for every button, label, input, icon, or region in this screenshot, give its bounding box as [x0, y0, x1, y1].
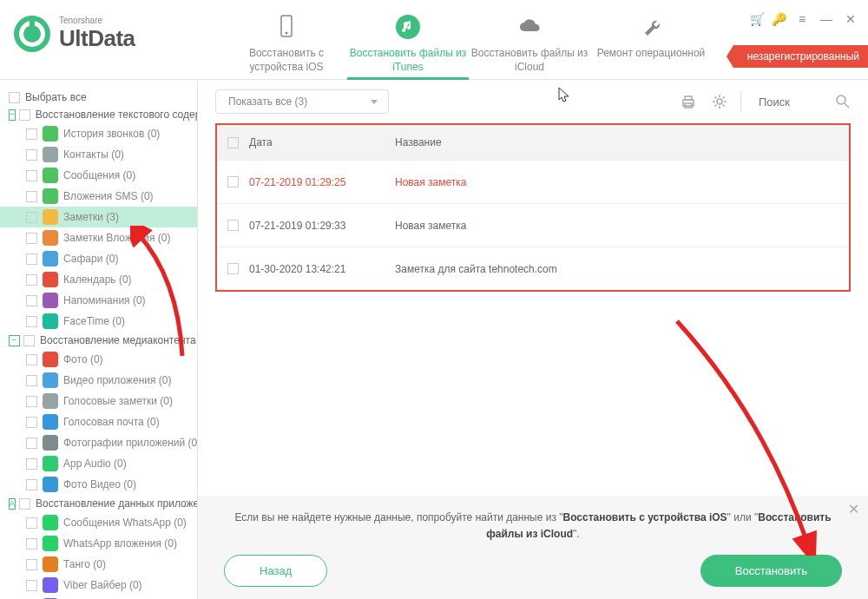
- sidebar-item-label: Голосовые заметки (0): [63, 395, 173, 407]
- svg-point-7: [837, 95, 845, 104]
- checkbox[interactable]: [26, 538, 37, 550]
- table-row[interactable]: 07-21-2019 01:29:25Новая заметка: [217, 160, 849, 203]
- checkbox[interactable]: [26, 170, 37, 181]
- sidebar-item[interactable]: Заметки Вложения (0): [0, 227, 197, 248]
- sidebar-item[interactable]: История звонков (0): [0, 123, 197, 144]
- sidebar-item-label: История звонков (0): [63, 128, 160, 140]
- collapse-icon[interactable]: A: [9, 498, 16, 510]
- collapse-icon[interactable]: −: [9, 109, 16, 121]
- checkbox[interactable]: [26, 559, 37, 570]
- hint-close-icon[interactable]: ✕: [848, 501, 859, 517]
- checkbox[interactable]: [26, 191, 37, 202]
- sidebar-item[interactable]: Голосовая почта (0): [0, 411, 197, 432]
- checkbox[interactable]: [23, 335, 35, 346]
- tab-icloud[interactable]: Восстановить файлы из iCloud: [469, 0, 590, 80]
- sidebar-item[interactable]: Заметки (3): [0, 207, 197, 227]
- search-input[interactable]: [759, 95, 828, 109]
- cart-icon[interactable]: 🛒: [750, 12, 765, 26]
- tab-device[interactable]: Восстановить с устройства iOS: [226, 0, 347, 80]
- sidebar-item-label: Заметки Вложения (0): [63, 232, 170, 244]
- tab-itunes[interactable]: Восстановить файлы из iTunes: [347, 0, 469, 80]
- sidebar-item-label: Фото Видео (0): [63, 478, 136, 490]
- tab-repair[interactable]: Ремонт операционной: [590, 0, 712, 80]
- sidebar-item[interactable]: App Audio (0): [0, 453, 197, 474]
- select-all-checkbox[interactable]: [227, 137, 239, 148]
- group-text-header[interactable]: − Восстановление текстового содержи: [0, 106, 197, 123]
- sidebar[interactable]: Выбрать все − Восстановление текстового …: [0, 80, 198, 599]
- sidebar-item[interactable]: Viber Вайбер (0): [0, 575, 197, 596]
- checkbox[interactable]: [26, 274, 37, 286]
- sidebar-item-label: Напоминания (0): [63, 294, 146, 306]
- category-icon: [43, 435, 58, 451]
- key-icon[interactable]: 🔑: [772, 12, 786, 26]
- sidebar-item[interactable]: WhatsApp вложения (0): [0, 533, 197, 554]
- logo-name: UltData: [59, 25, 135, 52]
- search-icon[interactable]: [835, 94, 851, 109]
- checkbox[interactable]: [26, 517, 37, 529]
- sidebar-item[interactable]: FaceTime (0): [0, 311, 197, 332]
- sidebar-item[interactable]: Фотографии приложений (0): [0, 432, 197, 453]
- checkbox[interactable]: [26, 233, 37, 244]
- collapse-icon[interactable]: −: [9, 335, 20, 346]
- sidebar-item[interactable]: Контакты (0): [0, 144, 197, 165]
- sidebar-item-label: Фото (0): [63, 353, 103, 365]
- checkbox[interactable]: [26, 212, 37, 223]
- checkbox[interactable]: [26, 417, 37, 428]
- sidebar-item[interactable]: Календарь (0): [0, 269, 197, 290]
- sidebar-item-label: Сафари (0): [63, 253, 118, 265]
- sidebar-item[interactable]: Напоминания (0): [0, 290, 197, 311]
- hint-bar: ✕ Если вы не найдете нужные данные, попр…: [198, 496, 868, 599]
- back-button[interactable]: Назад: [224, 555, 327, 587]
- print-icon[interactable]: [678, 91, 699, 112]
- checkbox[interactable]: [26, 149, 37, 161]
- category-icon: [43, 556, 58, 572]
- sidebar-item[interactable]: Видео приложения (0): [0, 370, 197, 391]
- category-icon: [43, 251, 58, 267]
- checkbox[interactable]: [26, 438, 37, 449]
- sidebar-item[interactable]: Сафари (0): [0, 248, 197, 269]
- sidebar-item[interactable]: Сообщения (0): [0, 165, 197, 186]
- checkbox[interactable]: [9, 92, 20, 103]
- menu-icon[interactable]: ≡: [793, 10, 811, 28]
- col-name-header: Название: [395, 136, 442, 148]
- sidebar-item[interactable]: Голосовые заметки (0): [0, 391, 197, 411]
- checkbox[interactable]: [26, 128, 37, 140]
- checkbox[interactable]: [26, 253, 37, 265]
- search-box[interactable]: [759, 94, 851, 109]
- checkbox[interactable]: [19, 109, 30, 121]
- checkbox[interactable]: [26, 375, 37, 386]
- settings-icon[interactable]: [709, 91, 730, 112]
- checkbox[interactable]: [26, 479, 37, 490]
- checkbox[interactable]: [26, 316, 37, 327]
- sidebar-item[interactable]: Сообщения Viber (0): [0, 596, 197, 599]
- group-media-header[interactable]: − Восстановление медиаконтента: [0, 332, 197, 349]
- row-checkbox[interactable]: [227, 176, 239, 188]
- minimize-icon[interactable]: —: [818, 10, 835, 28]
- checkbox[interactable]: [26, 580, 37, 591]
- sidebar-item[interactable]: Фото (0): [0, 349, 197, 370]
- sidebar-item-label: WhatsApp вложения (0): [63, 537, 177, 550]
- group-app-header[interactable]: A Восстановление данных приложений: [0, 495, 197, 512]
- checkbox[interactable]: [26, 295, 37, 306]
- filter-dropdown[interactable]: Показать все (3): [215, 89, 389, 114]
- checkbox[interactable]: [19, 498, 30, 510]
- checkbox[interactable]: [26, 396, 37, 407]
- sidebar-item[interactable]: Танго (0): [0, 554, 197, 575]
- table-row[interactable]: 07-21-2019 01:29:33Новая заметка: [217, 203, 849, 247]
- sidebar-item-label: Голосовая почта (0): [63, 416, 160, 428]
- category-icon: [43, 393, 58, 409]
- sidebar-item[interactable]: Фото Видео (0): [0, 474, 197, 495]
- sidebar-item[interactable]: Сообщения WhatsApp (0): [0, 512, 197, 533]
- sidebar-item[interactable]: Вложения SMS (0): [0, 186, 197, 207]
- checkbox[interactable]: [26, 354, 37, 365]
- category-icon: [43, 456, 58, 471]
- phone-icon: [272, 12, 301, 42]
- table-row[interactable]: 01-30-2020 13:42:21Заметка для сайта teh…: [217, 247, 849, 290]
- row-checkbox[interactable]: [227, 263, 239, 274]
- select-all-item[interactable]: Выбрать все: [0, 89, 197, 106]
- category-icon: [43, 372, 58, 388]
- row-checkbox[interactable]: [227, 220, 239, 231]
- close-icon[interactable]: ✕: [842, 10, 859, 28]
- checkbox[interactable]: [26, 458, 37, 470]
- restore-button[interactable]: Восстановить: [700, 555, 842, 587]
